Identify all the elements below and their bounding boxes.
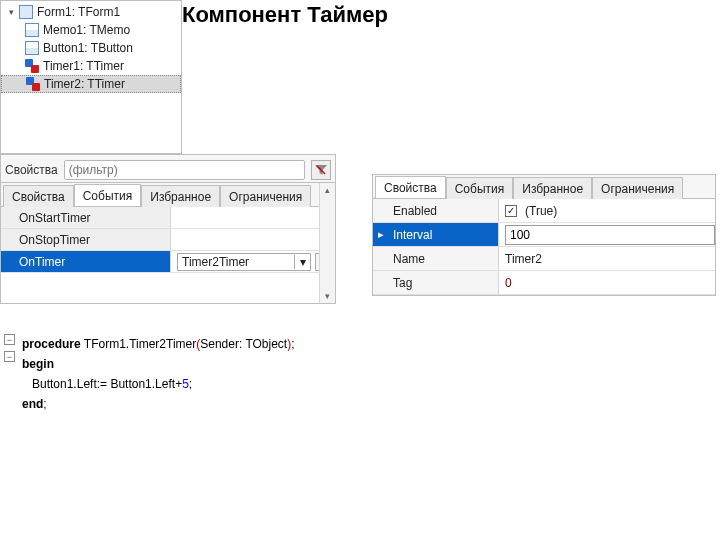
code-line: Button1.Left:= Button1.Left+5;: [22, 374, 712, 394]
vertical-scrollbar[interactable]: ▴ ▾: [319, 183, 335, 303]
tab-properties[interactable]: Свойства: [375, 176, 446, 198]
object-tree[interactable]: ▾ Form1: TForm1 Memo1: TMemo Button1: TB…: [1, 1, 181, 93]
fold-toggle-icon[interactable]: −: [4, 351, 15, 362]
code-line: begin: [22, 354, 712, 374]
property-name: Enabled: [373, 199, 499, 222]
tree-item-label: Memo1: TMemo: [43, 23, 130, 37]
tree-item-label: Button1: TButton: [43, 41, 133, 55]
property-name: Name: [373, 247, 499, 270]
property-value[interactable]: ✓ (True): [499, 199, 715, 222]
scroll-down-icon[interactable]: ▾: [325, 291, 330, 301]
collapse-icon[interactable]: ▾: [5, 6, 17, 18]
component-icon: [25, 23, 39, 37]
event-value[interactable]: [171, 207, 335, 228]
tab-favorites[interactable]: Избранное: [141, 185, 220, 207]
object-inspector-left: Свойства Свойства События Избранное Огра…: [0, 154, 336, 304]
property-name: ▸ Interval: [373, 223, 499, 246]
checkbox-checked-icon[interactable]: ✓: [505, 205, 517, 217]
timer-icon: [26, 77, 40, 91]
tree-item[interactable]: Button1: TButton: [1, 39, 181, 57]
events-grid: OnStartTimer OnStopTimer ▸ OnTimer Timer…: [1, 207, 335, 273]
property-value-cell: [499, 223, 715, 246]
event-row-selected[interactable]: ▸ OnTimer Timer2Timer ▾ …: [1, 251, 335, 273]
property-value-text: (True): [525, 204, 557, 218]
row-pointer-icon: ▸: [4, 256, 14, 269]
properties-grid: Enabled ✓ (True) ▸ Interval Name Timer2 …: [373, 199, 715, 295]
property-row[interactable]: Name Timer2: [373, 247, 715, 271]
event-value-cell: Timer2Timer ▾ …: [171, 251, 335, 272]
clear-filter-button[interactable]: [311, 160, 331, 180]
code-line: procedure TForm1.Timer2Timer(Sender: TOb…: [22, 334, 712, 354]
object-inspector-right: Свойства События Избранное Ограничения E…: [372, 174, 716, 296]
event-row[interactable]: OnStartTimer: [1, 207, 335, 229]
event-name: OnStartTimer: [1, 207, 171, 228]
tree-item[interactable]: Memo1: TMemo: [1, 21, 181, 39]
object-tree-panel: ▾ Form1: TForm1 Memo1: TMemo Button1: TB…: [0, 0, 182, 154]
tree-item-label: Timer1: TTimer: [43, 59, 124, 73]
tab-events[interactable]: События: [446, 177, 514, 199]
tree-item[interactable]: Timer1: TTimer: [1, 57, 181, 75]
tree-root[interactable]: ▾ Form1: TForm1: [1, 3, 181, 21]
filter-input[interactable]: [64, 160, 305, 180]
event-name: OnStopTimer: [1, 229, 171, 250]
property-name-label: Interval: [393, 228, 432, 242]
tree-item-label: Form1: TForm1: [37, 5, 120, 19]
form-icon: [19, 5, 33, 19]
event-name: ▸ OnTimer: [1, 251, 171, 272]
code-line: end;: [22, 394, 712, 414]
inspector-tabs: Свойства События Избранное Ограничения: [1, 183, 335, 207]
property-value[interactable]: Timer2: [499, 247, 715, 270]
component-icon: [25, 41, 39, 55]
code-editor[interactable]: − − procedure TForm1.Timer2Timer(Sender:…: [0, 330, 720, 414]
timer-icon: [25, 59, 39, 73]
interval-input[interactable]: [505, 225, 715, 245]
property-name: Tag: [373, 271, 499, 294]
property-row[interactable]: Enabled ✓ (True): [373, 199, 715, 223]
property-row-selected[interactable]: ▸ Interval: [373, 223, 715, 247]
fold-toggle-icon[interactable]: −: [4, 334, 15, 345]
tab-events[interactable]: События: [74, 184, 142, 206]
tree-item-selected[interactable]: Timer2: TTimer: [1, 75, 181, 93]
tab-properties[interactable]: Свойства: [3, 185, 74, 207]
fold-gutter: − −: [4, 334, 18, 368]
property-row[interactable]: Tag 0: [373, 271, 715, 295]
funnel-clear-icon: [314, 163, 328, 177]
combo-text: Timer2Timer: [178, 255, 294, 269]
tab-restricted[interactable]: Ограничения: [220, 185, 311, 207]
inspector-tabs: Свойства События Избранное Ограничения: [373, 175, 715, 199]
filter-row: Свойства: [1, 155, 335, 183]
event-value[interactable]: [171, 229, 335, 250]
property-value[interactable]: 0: [499, 271, 715, 294]
scroll-up-icon[interactable]: ▴: [325, 185, 330, 195]
chevron-down-icon[interactable]: ▾: [294, 255, 310, 269]
filter-label: Свойства: [5, 163, 58, 177]
tab-favorites[interactable]: Избранное: [513, 177, 592, 199]
row-pointer-icon: ▸: [376, 228, 386, 241]
event-name-label: OnTimer: [19, 255, 65, 269]
event-handler-combo[interactable]: Timer2Timer ▾: [177, 253, 311, 271]
page-title: Компонент Таймер: [182, 2, 388, 28]
tree-item-label: Timer2: TTimer: [44, 77, 125, 91]
tab-restricted[interactable]: Ограничения: [592, 177, 683, 199]
event-row[interactable]: OnStopTimer: [1, 229, 335, 251]
